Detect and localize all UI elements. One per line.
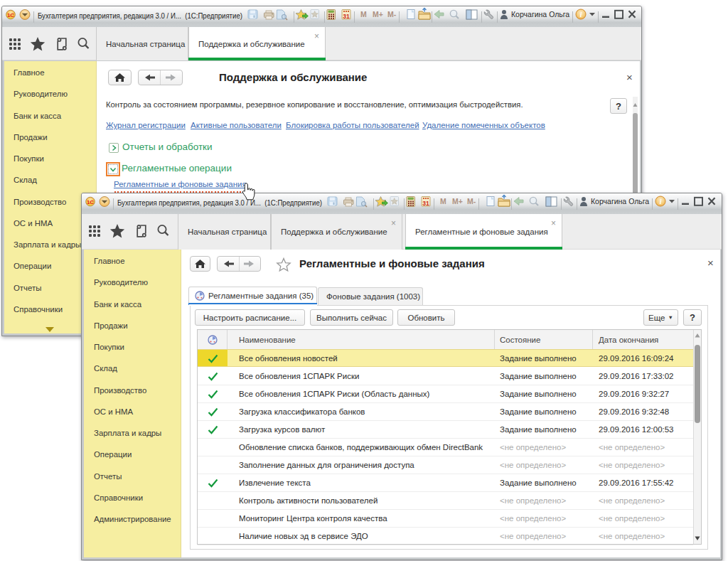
svg-text:M+: M+: [373, 10, 383, 18]
svg-text:1С: 1С: [87, 199, 94, 205]
svg-text:31: 31: [343, 13, 350, 20]
svg-text:M-: M-: [387, 10, 397, 18]
svg-text:Корчагина Ольга: Корчагина Ольга: [511, 10, 569, 18]
svg-text:M: M: [360, 10, 367, 18]
svg-text:1С: 1С: [7, 12, 14, 18]
svg-text:i: i: [580, 11, 582, 18]
